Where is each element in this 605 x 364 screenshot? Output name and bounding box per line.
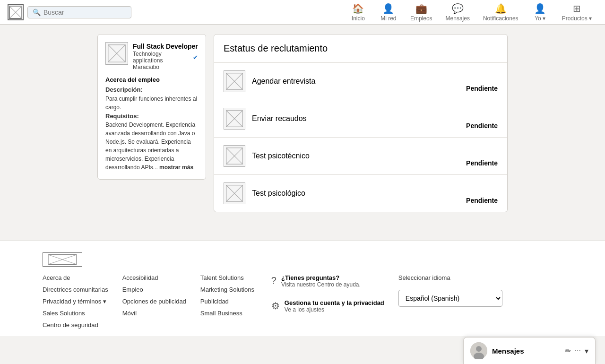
- footer-privacidad-text: Privacidad y términos: [43, 298, 101, 305]
- nav-items: 🏠 Inicio 👤 Mi red 💼 Empleos 💬 Mensajes 🔔…: [344, 0, 597, 25]
- item-title-1: Enviar recaudos: [252, 114, 459, 123]
- footer-help-item-0[interactable]: ? ¿Tienes preguntas? Visita nuestro Cent…: [271, 274, 384, 288]
- footer-lang-label: Seleccionar idioma: [398, 274, 502, 281]
- nav-item-notificaciones[interactable]: 🔔 Notificaciones: [477, 0, 524, 25]
- footer-link-empleo[interactable]: Empleo: [122, 286, 186, 293]
- footer-columns: Acerca de Directrices comunitarias Priva…: [43, 274, 562, 329]
- footer-link-movil[interactable]: Móvil: [122, 310, 186, 317]
- nav-item-inicio[interactable]: 🏠 Inicio: [344, 0, 372, 25]
- item-status-3: Pendiente: [466, 197, 498, 204]
- recruitment-item-2[interactable]: Test psicotécnico Pendiente: [214, 138, 507, 175]
- search-icon: 🔍: [33, 9, 41, 16]
- footer-col-2: Accesibilidad Empleo Opciones de publici…: [122, 274, 186, 317]
- show-more-link[interactable]: mostrar más: [159, 164, 193, 171]
- company-name: Technology applications: [133, 51, 191, 64]
- job-card-info: Full Stack Developer Technology applicat…: [133, 42, 198, 70]
- nav-label-productos: Productos ▾: [562, 15, 592, 22]
- footer-help-col: ? ¿Tienes preguntas? Visita nuestro Cent…: [271, 274, 384, 320]
- search-input[interactable]: [43, 9, 126, 16]
- question-icon: ?: [271, 275, 277, 286]
- notifications-icon: 🔔: [495, 3, 507, 14]
- footer-link-marketing[interactable]: Marketing Solutions: [200, 286, 257, 293]
- job-desc: Descripción: Para cumplir funciones inhe…: [105, 85, 198, 172]
- chevron-down-icon: ▾: [103, 298, 106, 305]
- footer-help-title-1: Gestiona tu cuenta y la privacidad: [285, 299, 384, 306]
- footer-col-1: Acerca de Directrices comunitarias Priva…: [43, 274, 108, 329]
- nav-item-productos[interactable]: ⊞ Productos ▾: [556, 0, 597, 25]
- nav-item-yo[interactable]: 👤 Yo ▾: [526, 0, 554, 25]
- linkedin-logo: [8, 4, 24, 20]
- req-label: Requisitos:: [105, 113, 139, 120]
- nav-label-notificaciones: Notificaciones: [483, 15, 519, 22]
- recruitment-item-3[interactable]: Test psicológico Pendiente: [214, 175, 507, 212]
- verified-badge: ✔: [193, 54, 198, 61]
- footer-help-item-1-content: Gestiona tu cuenta y la privacidad Ve a …: [285, 299, 384, 313]
- search-box[interactable]: 🔍: [27, 6, 131, 18]
- navbar: 🔍 🏠 Inicio 👤 Mi red 💼 Empleos 💬 Mensajes…: [0, 0, 605, 25]
- item-body-0: Agendar entrevista: [252, 77, 459, 86]
- footer-help-item-1[interactable]: ⚙ Gestiona tu cuenta y la privacidad Ve …: [271, 299, 384, 313]
- footer-col-3: Talent Solutions Marketing Solutions Pub…: [200, 274, 257, 317]
- recruitment-item-0[interactable]: Agendar entrevista Pendiente: [214, 63, 507, 100]
- footer-logo: [43, 252, 82, 267]
- item-logo-2: [224, 145, 245, 167]
- desc-label: Descripción:: [105, 86, 143, 93]
- recruitment-item-1[interactable]: Enviar recaudos Pendiente: [214, 100, 507, 138]
- req-text: Backend Development. Experiencia avanzad…: [105, 121, 195, 171]
- item-logo-3: [224, 182, 245, 204]
- job-about: Acerca del empleo Descripción: Para cump…: [105, 76, 198, 172]
- nav-label-yo: Yo ▾: [535, 15, 545, 22]
- job-location: Maracaibo: [133, 64, 198, 70]
- footer-link-sales[interactable]: Sales Solutions: [43, 310, 108, 317]
- footer-link-accesibilidad[interactable]: Accesibilidad: [122, 274, 186, 281]
- footer: Acerca de Directrices comunitarias Priva…: [0, 241, 605, 336]
- footer-link-privacidad[interactable]: Privacidad y términos ▾: [43, 298, 108, 305]
- footer-help-item-0-content: ¿Tienes preguntas? Visita nuestro Centro…: [281, 274, 361, 288]
- nav-label-inicio: Inicio: [352, 15, 365, 22]
- messages-nav-icon: 💬: [452, 3, 464, 14]
- nav-label-mensajes: Mensajes: [446, 15, 470, 22]
- footer-link-publicidad-opt[interactable]: Opciones de publicidad: [122, 298, 186, 305]
- footer-help-title-0: ¿Tienes preguntas?: [281, 274, 361, 281]
- footer-lang-select[interactable]: Español (Spanish): [398, 290, 502, 307]
- nav-label-mi-red: Mi red: [380, 15, 396, 22]
- job-title: Full Stack Developer: [133, 42, 198, 51]
- item-body-1: Enviar recaudos: [252, 114, 459, 123]
- footer-help-sub-0: Visita nuestro Centro de ayuda.: [281, 281, 361, 288]
- item-title-3: Test psicológico: [252, 189, 459, 198]
- nav-item-empleos[interactable]: 💼 Empleos: [405, 0, 438, 25]
- item-body-2: Test psicotécnico: [252, 152, 459, 160]
- footer-link-acerca[interactable]: Acerca de: [43, 274, 108, 281]
- item-body-3: Test psicológico: [252, 189, 459, 198]
- job-card-header: Full Stack Developer Technology applicat…: [105, 42, 198, 70]
- jobs-icon: 💼: [415, 3, 427, 14]
- item-status-0: Pendiente: [466, 85, 498, 92]
- footer-link-talent[interactable]: Talent Solutions: [200, 274, 257, 281]
- home-icon: 🏠: [352, 3, 364, 14]
- job-about-label: Acerca del empleo: [105, 76, 160, 83]
- main-content: Full Stack Developer Technology applicat…: [90, 25, 515, 222]
- item-title-0: Agendar entrevista: [252, 77, 459, 86]
- item-logo-1: [224, 108, 245, 130]
- footer-help-sub-1: Ve a los ajustes: [285, 306, 384, 313]
- item-status-1: Pendiente: [466, 122, 498, 130]
- footer-link-directrices[interactable]: Directrices comunitarias: [43, 286, 108, 293]
- network-icon: 👤: [382, 3, 394, 14]
- profile-icon: 👤: [534, 3, 546, 14]
- nav-label-empleos: Empleos: [410, 15, 432, 22]
- desc-text: Para cumplir funciones inherentes al car…: [105, 95, 197, 111]
- nav-item-mi-red[interactable]: 👤 Mi red: [374, 0, 403, 25]
- footer-link-seguridad[interactable]: Centro de seguridad: [43, 321, 108, 329]
- company-logo: [105, 42, 128, 65]
- item-logo-0: [224, 70, 245, 92]
- job-card: Full Stack Developer Technology applicat…: [97, 34, 206, 180]
- footer-link-small-business[interactable]: Small Business: [200, 310, 257, 317]
- job-company: Technology applications ✔: [133, 51, 198, 64]
- nav-item-mensajes[interactable]: 💬 Mensajes: [440, 0, 475, 25]
- gear-icon: ⚙: [271, 300, 280, 312]
- footer-inner: Acerca de Directrices comunitarias Priva…: [43, 252, 562, 329]
- item-status-2: Pendiente: [466, 159, 498, 167]
- products-icon: ⊞: [573, 3, 581, 14]
- recruitment-panel: Estatus de reclutamiento Agendar entrevi…: [214, 34, 508, 212]
- footer-link-publicidad[interactable]: Publicidad: [200, 298, 257, 305]
